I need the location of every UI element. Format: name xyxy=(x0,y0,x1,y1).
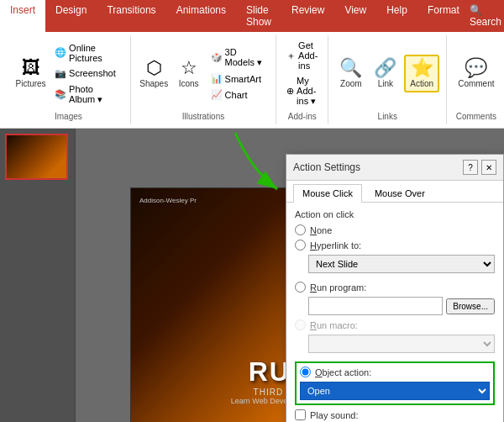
action-settings-dialog: Action Settings ? ✕ Mouse Click Mouse Ov… xyxy=(286,154,504,422)
my-addins-icon: ⊕ xyxy=(286,86,294,97)
radio-hyperlink-label: Hyperlink to: xyxy=(310,240,361,251)
tab-mouse-click[interactable]: Mouse Click xyxy=(293,184,362,203)
play-sound-label: Play sound: xyxy=(310,410,358,420)
slide-thumb-1[interactable] xyxy=(5,134,68,180)
group-images: 🖼 Pictures 🌐 Online Pictures 📷 Screensho… xyxy=(7,35,131,124)
play-sound-row: Play sound: xyxy=(295,409,495,420)
chart-icon: 📈 xyxy=(211,89,223,100)
group-links: 🔍 Zoom 🔗 Link ⭐ Action Links xyxy=(328,35,447,124)
zoom-icon: 🔍 xyxy=(339,59,362,77)
radio-object-action[interactable] xyxy=(300,367,311,377)
radio-none[interactable] xyxy=(295,224,306,235)
btn-online-pictures[interactable]: 🌐 Online Pictures xyxy=(51,41,123,65)
dialog-help-btn[interactable]: ? xyxy=(463,160,478,175)
dialog-controls: ? ✕ xyxy=(463,160,496,175)
slide-main: Addison-Wesley Pr RUBY THIRD EDITION Lea… xyxy=(76,129,504,422)
slide-addison-text: Addison-Wesley Pr xyxy=(139,197,197,204)
link-icon: 🔗 xyxy=(374,59,396,77)
radio-hyperlink[interactable] xyxy=(295,240,306,251)
btn-smartart[interactable]: 📊 SmartArt xyxy=(207,71,270,86)
tab-animations[interactable]: Animations xyxy=(166,0,236,32)
dialog-title: Action Settings xyxy=(293,161,360,173)
play-sound-checkbox[interactable] xyxy=(295,409,306,420)
btn-link[interactable]: 🔗 Link xyxy=(370,56,401,91)
action-icon: ⭐ xyxy=(411,59,433,77)
run-macro-select[interactable] xyxy=(308,335,495,353)
radio-none-label: None xyxy=(310,225,332,235)
object-action-select[interactable]: Open xyxy=(300,382,490,400)
btn-3d-models[interactable]: 🎲 3D Models ▾ xyxy=(207,45,270,70)
comment-icon: 💬 xyxy=(465,59,487,77)
btn-shapes[interactable]: ⬡ Shapes xyxy=(138,56,171,91)
screenshot-icon: 📷 xyxy=(55,68,66,79)
dialog-body: Action on click None Hyperlink to: Next … xyxy=(286,203,503,422)
hyperlink-select[interactable]: Next Slide xyxy=(308,255,495,273)
slide-panel xyxy=(0,129,76,422)
ribbon-tab-bar: Insert Design Transitions Animations Sli… xyxy=(0,0,504,32)
pictures-icon: 🖼 xyxy=(22,59,40,77)
browse-button[interactable]: Browse... xyxy=(446,298,495,314)
tab-review[interactable]: Review xyxy=(281,0,334,32)
btn-get-addins[interactable]: ＋ Get Add-ins xyxy=(283,39,321,72)
radio-none-row: None xyxy=(295,224,495,235)
group-illustrations: ⬡ Shapes ☆ Icons 🎲 3D Models ▾ 📊 SmartAr… xyxy=(131,35,276,124)
tab-slideshow[interactable]: Slide Show xyxy=(236,0,281,32)
3d-models-icon: 🎲 xyxy=(211,52,223,63)
btn-action[interactable]: ⭐ Action xyxy=(404,55,439,92)
shapes-icon: ⬡ xyxy=(146,59,162,77)
radio-run-macro-row: Run macro: xyxy=(295,319,495,330)
ribbon-content: 🖼 Pictures 🌐 Online Pictures 📷 Screensho… xyxy=(0,32,504,129)
btn-zoom[interactable]: 🔍 Zoom xyxy=(335,56,366,91)
radio-run-program[interactable] xyxy=(295,282,306,293)
radio-run-program-label: Run program: xyxy=(310,282,366,293)
tab-help[interactable]: Help xyxy=(376,0,417,32)
ribbon: Insert Design Transitions Animations Sli… xyxy=(0,0,504,129)
btn-my-addins[interactable]: ⊕ My Add-ins ▾ xyxy=(283,74,321,108)
radio-hyperlink-row: Hyperlink to: xyxy=(295,240,495,251)
tab-format[interactable]: Format xyxy=(417,0,470,32)
online-pictures-icon: 🌐 xyxy=(55,47,66,58)
btn-icons[interactable]: ☆ Icons xyxy=(174,56,204,91)
dialog-close-btn[interactable]: ✕ xyxy=(481,160,496,175)
slide-thumb-inner xyxy=(7,135,66,178)
btn-screenshot[interactable]: 📷 Screenshot xyxy=(51,66,123,81)
photo-album-icon: 📚 xyxy=(55,89,66,100)
btn-chart[interactable]: 📈 Chart xyxy=(207,87,270,102)
dialog-titlebar: Action Settings ? ✕ xyxy=(286,155,503,181)
tab-insert[interactable]: Insert xyxy=(0,0,45,32)
dialog-tab-bar: Mouse Click Mouse Over xyxy=(286,181,503,203)
tab-design[interactable]: Design xyxy=(45,0,97,32)
smartart-icon: 📊 xyxy=(211,73,223,84)
radio-run-program-row: Run program: xyxy=(295,282,495,293)
group-addins: ＋ Get Add-ins ⊕ My Add-ins ▾ Add-ins xyxy=(276,35,328,124)
run-program-input[interactable] xyxy=(308,297,443,315)
radio-run-macro[interactable] xyxy=(295,319,306,330)
icons-icon: ☆ xyxy=(181,59,197,77)
slide-area: Addison-Wesley Pr RUBY THIRD EDITION Lea… xyxy=(0,129,504,422)
action-on-click-label: Action on click xyxy=(295,209,495,219)
radio-run-macro-label: Run macro: xyxy=(310,320,358,330)
tab-view[interactable]: View xyxy=(334,0,376,32)
object-action-wrap: Object action: Open xyxy=(295,361,495,405)
group-comments: 💬 Comment Comments xyxy=(447,35,504,124)
tab-transitions[interactable]: Transitions xyxy=(97,0,165,32)
get-addins-icon: ＋ xyxy=(286,50,296,62)
btn-pictures[interactable]: 🖼 Pictures xyxy=(13,56,48,91)
btn-comment[interactable]: 💬 Comment xyxy=(454,56,498,91)
green-arrow xyxy=(227,129,302,196)
radio-object-action-label: Object action: xyxy=(315,367,371,377)
btn-photo-album[interactable]: 📚 Photo Album ▾ xyxy=(51,82,123,107)
radio-object-action-row: Object action: xyxy=(300,367,490,377)
tab-mouse-over[interactable]: Mouse Over xyxy=(365,184,434,202)
